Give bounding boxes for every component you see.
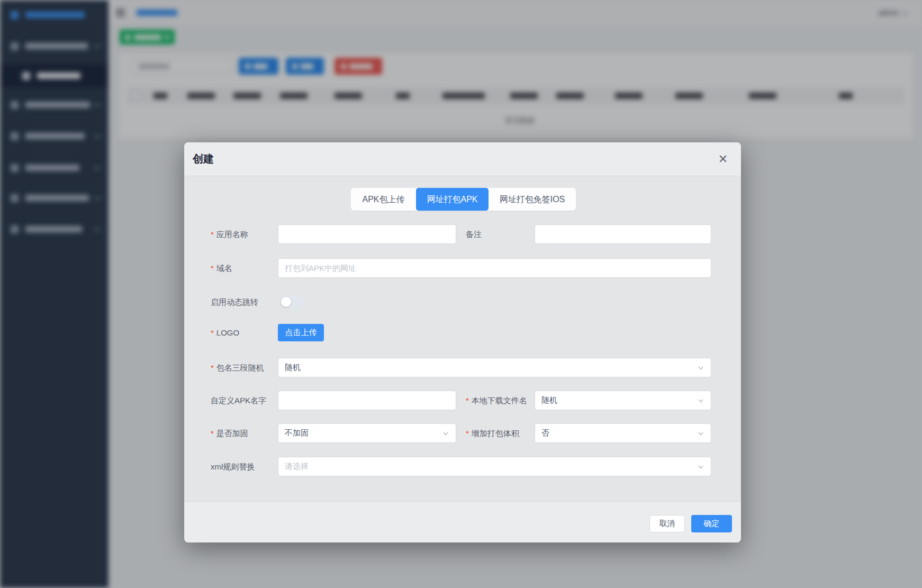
logo-upload-button[interactable]: 点击上传 [278, 324, 324, 341]
modal-header: 创建 [184, 142, 741, 176]
app-name-input[interactable] [278, 224, 456, 244]
form-row: 启用动态跳转 [211, 292, 711, 312]
package-name-label: * 包名三段随机 [211, 358, 264, 377]
required-mark: * [211, 224, 214, 244]
dynamic-jump-label: 启用动态跳转 [211, 292, 258, 312]
logo-label: * LOGO [211, 323, 239, 342]
required-mark: * [211, 423, 214, 443]
form-row: * 是否加固 不加固 * 增加打包体积 否 [211, 423, 711, 443]
tab-url-pack-ios[interactable]: 网址打包免签IOS [489, 188, 576, 211]
modal-title: 创建 [193, 152, 214, 166]
local-file-name-select[interactable]: 随机 [535, 391, 711, 410]
tab-apk-upload[interactable]: APK包上传 [351, 188, 416, 211]
tab-bar: APK包上传 网址打包APK 网址打包免签IOS [351, 188, 576, 211]
required-mark: * [211, 358, 214, 377]
xml-rule-label: xml规则替换 [211, 457, 255, 476]
form-row: 自定义APK名字 * 本地下载文件名 随机 [211, 391, 711, 410]
custom-apk-name-label: 自定义APK名字 [211, 391, 266, 410]
required-mark: * [466, 391, 469, 410]
local-file-name-label: * 本地下载文件名 [466, 391, 527, 410]
chevron-down-icon [697, 364, 704, 372]
cancel-button[interactable]: 取消 [649, 515, 685, 532]
custom-apk-name-input[interactable] [278, 391, 456, 410]
form-row: * 域名 [211, 258, 711, 278]
domain-label: * 域名 [211, 258, 232, 278]
app-name-label: * 应用名称 [211, 224, 248, 244]
required-mark: * [211, 258, 214, 278]
chevron-down-icon [442, 430, 449, 437]
xml-rule-select[interactable]: 请选择 [278, 457, 711, 476]
required-mark: * [466, 423, 469, 443]
pack-size-select[interactable]: 否 [535, 423, 711, 443]
form-row: * 应用名称 备注 [211, 224, 711, 244]
remark-label: 备注 [466, 224, 482, 244]
tab-url-pack-apk[interactable]: 网址打包APK [416, 188, 489, 211]
chevron-down-icon [697, 430, 704, 437]
form-row: * 包名三段随机 随机 [211, 358, 711, 377]
domain-input[interactable] [278, 258, 711, 278]
harden-label: * 是否加固 [211, 423, 248, 443]
confirm-button[interactable]: 确定 [691, 515, 732, 532]
toggle-knob [281, 297, 291, 307]
harden-select[interactable]: 不加固 [278, 423, 456, 443]
close-icon[interactable]: ✕ [715, 151, 731, 168]
package-name-select[interactable]: 随机 [278, 358, 711, 377]
remark-input[interactable] [535, 224, 711, 244]
form-row: xml规则替换 请选择 [211, 457, 711, 476]
form-row: * LOGO 点击上传 [211, 323, 711, 342]
chevron-down-icon [697, 463, 704, 471]
page: admin [0, 0, 922, 588]
chevron-down-icon [697, 397, 704, 404]
required-mark: * [211, 323, 214, 342]
pack-size-label: * 增加打包体积 [466, 423, 519, 443]
dynamic-jump-toggle[interactable] [280, 296, 304, 308]
modal-footer: 取消 确定 [184, 501, 741, 542]
create-modal: 创建 ✕ APK包上传 网址打包APK 网址打包免签IOS * 应用名称 备注 … [184, 142, 741, 542]
